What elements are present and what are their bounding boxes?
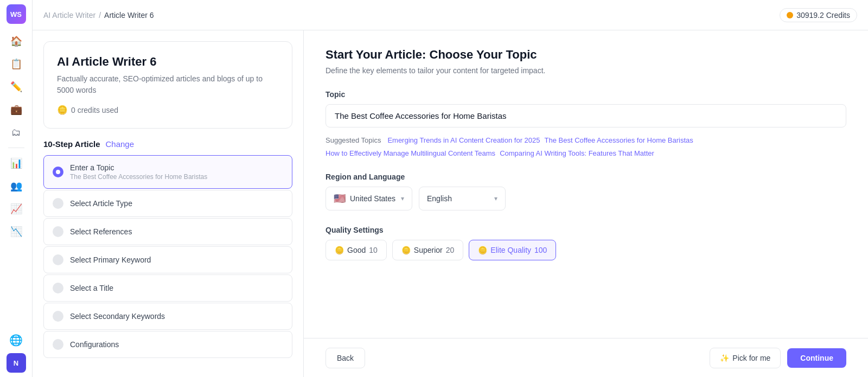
main-container: AI Article Writer / Article Writer 6 309… (33, 0, 868, 377)
topic-field-label: Topic (326, 90, 846, 99)
step-label-2: Select Article Type (70, 199, 132, 208)
step-content-7: Configurations (70, 340, 119, 349)
steps-change-button[interactable]: Change (105, 139, 134, 149)
step-content-3: Select References (70, 227, 132, 236)
breadcrumb-current: Article Writer 6 (104, 11, 154, 20)
sidebar-item-docs[interactable]: 📋 (7, 54, 26, 74)
sidebar-item-chart[interactable]: 📈 (7, 199, 26, 219)
step-item-references[interactable]: Select References (43, 218, 292, 245)
suggested-topics-row: Suggested Topics Emerging Trends in AI C… (326, 135, 846, 157)
credits-label: 30919.2 Credits (796, 11, 850, 20)
quality-good-credits: 10 (369, 246, 378, 254)
step-item-secondary-keywords[interactable]: Select Secondary Keywords (43, 303, 292, 330)
sidebar-item-edit[interactable]: ✏️ (7, 77, 26, 97)
sidebar-item-briefcase[interactable]: 💼 (7, 100, 26, 119)
step-item-configurations[interactable]: Configurations (43, 331, 292, 358)
credits-badge: 30919.2 Credits (780, 8, 857, 22)
step-item-select-title[interactable]: Select a Title (43, 274, 292, 302)
article-header-card: AI Article Writer 6 Factually accurate, … (43, 41, 292, 129)
flag-icon: 🇺🇸 (334, 193, 346, 205)
step-label-3: Select References (70, 227, 132, 236)
region-country-label: United States (350, 194, 395, 203)
pick-for-me-label: Pick for me (732, 354, 770, 362)
sidebar-item-team[interactable]: 👥 (7, 176, 26, 196)
quality-elite-credits: 100 (534, 246, 547, 254)
region-language-label: English (427, 194, 452, 203)
sidebar-logo: WS (7, 4, 26, 24)
step-label-7: Configurations (70, 340, 119, 349)
step-list: Enter a Topic The Best Coffee Accessorie… (43, 155, 292, 358)
step-label-4: Select Primary Keyword (70, 255, 151, 264)
step-circle-7 (53, 339, 63, 350)
steps-header-label: 10-Step Article (43, 139, 100, 149)
sidebar-item-chrome[interactable]: 🌐 (7, 330, 26, 350)
step-content-5: Select a Title (70, 284, 113, 292)
sidebar-divider (8, 148, 24, 148)
country-chevron-icon: ▾ (401, 195, 404, 202)
quality-good-label: Good (347, 246, 366, 254)
quality-good-coin-icon: 🪙 (335, 246, 344, 254)
continue-button[interactable]: Continue (787, 348, 846, 368)
region-label: Region and Language (326, 172, 846, 181)
bottom-bar: Back ✨ Pick for me Continue (304, 338, 868, 377)
sidebar-bottom: 🌐 N (7, 330, 26, 373)
topbar: AI Article Writer / Article Writer 6 309… (33, 0, 868, 30)
step-circle-5 (53, 283, 63, 293)
credits-used: 🪙 0 credits used (57, 105, 279, 115)
quality-superior-coin-icon: 🪙 (401, 246, 411, 254)
step-content-1: Enter a Topic The Best Coffee Accessorie… (70, 163, 207, 181)
back-button[interactable]: Back (326, 348, 365, 368)
quality-elite-label: Elite Quality (490, 246, 531, 254)
quality-elite-button[interactable]: 🪙 Elite Quality 100 (469, 240, 556, 260)
step-item-article-type[interactable]: Select Article Type (43, 190, 292, 217)
article-desc: Factually accurate, SEO-optimized articl… (57, 73, 279, 96)
quality-elite-coin-icon: 🪙 (478, 246, 487, 254)
language-chevron-icon: ▾ (494, 195, 497, 202)
steps-header: 10-Step Article Change (43, 139, 292, 149)
breadcrumb-parent[interactable]: AI Article Writer (43, 11, 95, 20)
credits-used-label: 0 credits used (71, 106, 118, 114)
credits-icon (787, 12, 793, 18)
sidebar-item-graph[interactable]: 📉 (7, 222, 26, 241)
sidebar-item-user[interactable]: N (7, 353, 26, 373)
region-language-select[interactable]: English ▾ (419, 187, 506, 210)
step-label-1: Enter a Topic (70, 163, 207, 172)
section-title: Start Your Article: Choose Your Topic (326, 48, 846, 62)
step-item-enter-topic[interactable]: Enter a Topic The Best Coffee Accessorie… (43, 155, 292, 189)
suggested-topic-2[interactable]: The Best Coffee Accessories for Home Bar… (545, 136, 693, 144)
right-panel: Start Your Article: Choose Your Topic De… (304, 30, 868, 338)
step-label-5: Select a Title (70, 284, 113, 292)
suggested-topic-1[interactable]: Emerging Trends in AI Content Creation f… (387, 136, 540, 144)
quality-settings-label: Quality Settings (326, 226, 846, 234)
breadcrumb-separator: / (99, 11, 101, 20)
step-label-6: Select Secondary Keywords (70, 312, 165, 321)
suggested-topic-4[interactable]: Comparing AI Writing Tools: Features Tha… (500, 149, 654, 157)
topic-input[interactable] (326, 104, 846, 127)
quality-buttons: 🪙 Good 10 🪙 Superior 20 🪙 Elite Quality … (326, 240, 846, 260)
step-circle-2 (53, 198, 63, 209)
quality-superior-button[interactable]: 🪙 Superior 20 (392, 240, 464, 260)
sidebar-item-files[interactable]: 🗂 (7, 123, 26, 142)
sidebar-item-home[interactable]: 🏠 (7, 31, 26, 51)
region-country-select[interactable]: 🇺🇸 United States ▾ (326, 187, 412, 210)
step-circle-3 (53, 226, 63, 237)
step-circle-4 (53, 254, 63, 265)
suggested-topic-3[interactable]: How to Effectively Manage Multilingual C… (326, 149, 495, 157)
step-item-primary-keyword[interactable]: Select Primary Keyword (43, 246, 292, 273)
quality-superior-credits: 20 (446, 246, 455, 254)
section-desc: Define the key elements to tailor your c… (326, 66, 846, 75)
pick-wand-icon: ✨ (720, 354, 729, 362)
step-content-4: Select Primary Keyword (70, 255, 151, 264)
pick-for-me-button[interactable]: ✨ Pick for me (710, 348, 781, 368)
right-actions: ✨ Pick for me Continue (710, 348, 846, 368)
article-title: AI Article Writer 6 (57, 55, 279, 69)
region-row: 🇺🇸 United States ▾ English ▾ (326, 187, 846, 210)
sidebar: WS 🏠 📋 ✏️ 💼 🗂 📊 👥 📈 📉 🌐 N (0, 0, 33, 377)
content-area: AI Article Writer 6 Factually accurate, … (33, 30, 868, 377)
step-circle-1 (53, 167, 63, 177)
quality-superior-label: Superior (414, 246, 443, 254)
sidebar-item-analytics[interactable]: 📊 (7, 154, 26, 173)
quality-good-button[interactable]: 🪙 Good 10 (326, 240, 387, 260)
credits-coin-icon: 🪙 (57, 105, 68, 115)
left-panel: AI Article Writer 6 Factually accurate, … (33, 30, 304, 377)
